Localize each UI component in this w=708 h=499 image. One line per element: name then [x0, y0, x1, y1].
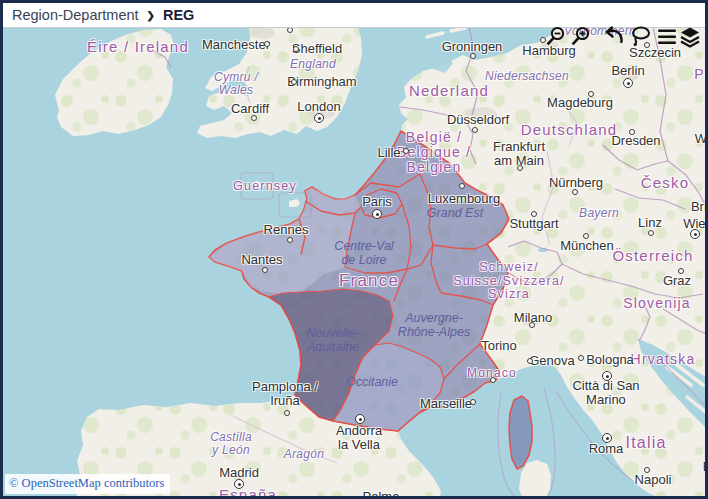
- magnifier-plus-icon: [569, 25, 593, 49]
- layers-stack-icon: [678, 25, 702, 49]
- chevron-right-icon: ❯: [147, 10, 155, 21]
- layers-button[interactable]: [678, 25, 702, 49]
- curved-arrow-left-icon: [602, 25, 626, 49]
- breadcrumb-item-region-department[interactable]: Region-Department: [12, 7, 139, 23]
- zoom-out-button[interactable]: [544, 25, 568, 49]
- lasso-select-button[interactable]: [629, 25, 653, 49]
- lasso-icon: [629, 25, 653, 49]
- breadcrumb: Region-Department ❯ REG: [3, 3, 705, 28]
- undo-zoom-button[interactable]: [602, 25, 626, 49]
- map-canvas[interactable]: [3, 3, 708, 499]
- menu-button[interactable]: [655, 25, 679, 49]
- menorca: [415, 488, 419, 492]
- hamburger-icon: [655, 25, 679, 49]
- map-window: Éire / IrelandNederlandBelgië / Belgique…: [0, 0, 708, 499]
- magnifier-minus-icon: [544, 25, 568, 49]
- breadcrumb-item-current[interactable]: REG: [163, 7, 194, 23]
- osm-attribution-link[interactable]: © OpenStreetMap contributors: [5, 474, 170, 494]
- zoom-in-button[interactable]: [569, 25, 593, 49]
